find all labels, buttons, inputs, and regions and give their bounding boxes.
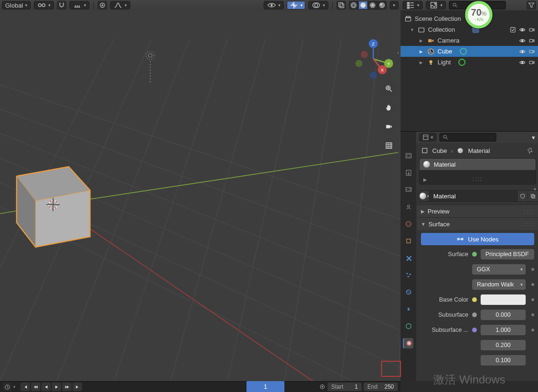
socket-dot-icon[interactable] bbox=[472, 312, 477, 317]
auto-key-icon[interactable] bbox=[319, 383, 326, 390]
chevron-down-icon[interactable]: ▾ bbox=[532, 134, 535, 141]
shading-matprev[interactable] bbox=[368, 1, 377, 9]
proportional-edit-toggle[interactable] bbox=[98, 1, 107, 9]
pin-icon[interactable] bbox=[527, 147, 534, 154]
orientation-dropdown[interactable]: Global ▾ bbox=[2, 1, 31, 9]
n-panel-collapse-handle[interactable]: ‹ bbox=[397, 49, 399, 56]
pan-button[interactable] bbox=[382, 100, 396, 115]
data-badge[interactable] bbox=[458, 59, 465, 66]
tab-physics[interactable] bbox=[403, 287, 414, 297]
timeline-editor-dropdown[interactable] bbox=[3, 383, 11, 391]
socket-dot-icon[interactable] bbox=[531, 298, 534, 301]
shading-wireframe[interactable] bbox=[349, 1, 358, 9]
pivot-dropdown[interactable]: ▾ bbox=[34, 1, 54, 9]
outliner-filter[interactable] bbox=[527, 1, 536, 9]
tab-output[interactable] bbox=[403, 168, 414, 178]
drag-handle-icon[interactable]: :::: bbox=[472, 175, 483, 182]
tab-scene[interactable] bbox=[403, 202, 414, 212]
material-slot-list[interactable]: Material ▶ :::: bbox=[419, 158, 536, 185]
start-frame-field[interactable]: Start 1 bbox=[328, 383, 362, 391]
end-frame-field[interactable]: End 250 bbox=[364, 383, 398, 391]
visibility-dropdown[interactable]: ▾ bbox=[264, 1, 284, 9]
disclosure-triangle-icon[interactable]: ▶ bbox=[419, 49, 424, 54]
playhead[interactable]: 1 bbox=[246, 381, 284, 392]
socket-dot-icon[interactable] bbox=[531, 313, 534, 316]
3d-viewport[interactable]: ‹ Z Y X bbox=[0, 10, 401, 381]
ortho-button[interactable] bbox=[382, 138, 396, 152]
socket-dot-icon[interactable] bbox=[472, 328, 477, 332]
sss-b-field[interactable]: 0.100 bbox=[481, 355, 526, 365]
snap-dropdown[interactable]: ▾ bbox=[69, 1, 90, 9]
outliner-row-cube[interactable]: ▶ Cube bbox=[401, 46, 538, 57]
fake-user-button[interactable] bbox=[518, 190, 528, 202]
tab-mesh[interactable] bbox=[403, 321, 414, 331]
new-material-button[interactable] bbox=[528, 190, 538, 202]
outliner-row-light[interactable]: ▶ Light bbox=[401, 57, 538, 68]
chevron-down-icon[interactable]: ▾ bbox=[419, 187, 536, 188]
checkbox-icon[interactable] bbox=[510, 27, 516, 33]
outliner-editor-dropdown[interactable]: ▾ bbox=[402, 1, 423, 9]
keyframe-prev-button[interactable] bbox=[31, 383, 40, 391]
sss-method-dropdown[interactable]: Random Walk ▾ bbox=[472, 279, 526, 290]
shader-dropdown[interactable]: Principled BSDF bbox=[481, 249, 534, 259]
tab-object[interactable] bbox=[403, 236, 414, 246]
socket-dot-icon[interactable] bbox=[472, 252, 477, 257]
socket-dot-icon[interactable] bbox=[531, 329, 534, 331]
sss-g-field[interactable]: 0.200 bbox=[481, 340, 526, 350]
eye-icon[interactable] bbox=[519, 27, 526, 33]
xray-toggle[interactable] bbox=[337, 1, 346, 9]
falloff-dropdown[interactable]: ▾ bbox=[110, 1, 130, 9]
camera-restrict-icon[interactable] bbox=[529, 27, 535, 33]
eye-icon[interactable] bbox=[519, 48, 526, 55]
overlays-dropdown[interactable]: ▾ bbox=[308, 1, 328, 9]
nav-gizmo[interactable]: Z Y X bbox=[351, 36, 396, 81]
base-color-swatch[interactable] bbox=[481, 294, 526, 305]
material-name-field[interactable] bbox=[429, 190, 518, 202]
sss-r-field[interactable]: 1.000 bbox=[481, 325, 526, 335]
surface-section-header[interactable]: ▼ Surface :::: bbox=[417, 218, 538, 230]
disclosure-triangle-icon[interactable]: ▼ bbox=[410, 27, 415, 32]
keyframe-next-button[interactable] bbox=[62, 383, 72, 391]
shading-rendered[interactable] bbox=[377, 1, 387, 9]
shading-solid[interactable] bbox=[358, 1, 368, 9]
outliner-mode-dropdown[interactable]: ▾ bbox=[426, 1, 446, 9]
camera-restrict-icon[interactable] bbox=[529, 59, 535, 66]
eye-icon[interactable] bbox=[519, 37, 526, 44]
gizmo-dropdown[interactable]: ▾ bbox=[287, 1, 305, 9]
tab-material[interactable] bbox=[403, 338, 413, 348]
jump-start-button[interactable] bbox=[20, 383, 30, 391]
jump-end-button[interactable] bbox=[73, 383, 82, 391]
distribution-dropdown[interactable]: GGX ▾ bbox=[472, 264, 526, 275]
disclosure-triangle-icon[interactable]: ▶ bbox=[419, 60, 424, 65]
properties-search[interactable] bbox=[439, 133, 496, 142]
play-reverse-button[interactable] bbox=[41, 383, 51, 391]
disclosure-triangle-icon[interactable]: ▶ bbox=[419, 38, 424, 43]
properties-editor-dropdown[interactable]: ▾ bbox=[419, 133, 437, 142]
use-nodes-button[interactable]: Use Nodes bbox=[421, 233, 534, 245]
preview-section-header[interactable]: ▶ Preview :::: bbox=[417, 205, 538, 217]
outliner-row-camera[interactable]: ▶ Camera bbox=[401, 35, 538, 46]
camera-view-button[interactable] bbox=[382, 119, 396, 134]
material-slot[interactable]: Material bbox=[419, 159, 536, 170]
tab-viewlayer[interactable] bbox=[403, 185, 414, 195]
snap-toggle[interactable] bbox=[57, 1, 66, 9]
material-badge[interactable] bbox=[460, 48, 467, 55]
chevron-down-icon[interactable]: ▾ bbox=[13, 384, 16, 389]
tab-modifier[interactable] bbox=[403, 253, 414, 263]
tab-constraints[interactable] bbox=[403, 304, 414, 314]
timeline[interactable]: ▾ 1 Start 1 End 250 bbox=[0, 381, 401, 392]
drag-handle-icon[interactable]: :::: bbox=[524, 208, 534, 215]
tab-world[interactable] bbox=[403, 219, 414, 229]
play-button[interactable] bbox=[52, 383, 61, 391]
camera-restrict-icon[interactable] bbox=[529, 48, 535, 55]
subsurface-field[interactable]: 0.000 bbox=[481, 310, 526, 320]
zoom-button[interactable] bbox=[382, 81, 396, 96]
tab-particles[interactable] bbox=[403, 270, 414, 280]
tab-render[interactable] bbox=[403, 151, 414, 161]
material-browse-button[interactable]: ▾ bbox=[419, 190, 429, 202]
eye-icon[interactable] bbox=[519, 59, 526, 66]
outliner-row-collection[interactable]: ▼ Collection bbox=[401, 24, 538, 35]
socket-dot-icon[interactable] bbox=[472, 297, 477, 302]
camera-restrict-icon[interactable] bbox=[529, 37, 535, 44]
drag-handle-icon[interactable]: :::: bbox=[524, 221, 534, 228]
